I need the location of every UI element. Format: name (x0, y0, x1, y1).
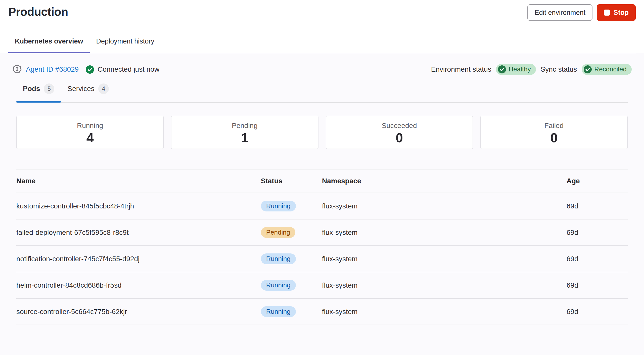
pod-age: 69d (567, 219, 628, 246)
sync-status-label: Sync status (541, 65, 577, 73)
card-label: Pending (171, 122, 318, 130)
pods-table-body: kustomize-controller-845f5cbc48-4trjh Ru… (16, 193, 628, 325)
column-header-status: Status (261, 169, 322, 193)
pod-name: failed-deployment-67c5f595c8-r8c9t (16, 219, 261, 246)
card-value: 0 (481, 131, 627, 145)
card-label: Running (17, 122, 163, 130)
healthy-check-icon (498, 65, 506, 73)
kubernetes-agent-icon (12, 64, 22, 75)
sync-status-value: Reconciled (594, 65, 627, 73)
edit-environment-button[interactable]: Edit environment (527, 4, 592, 21)
pod-status-badge: Running (261, 306, 296, 317)
pods-table: Name Status Namespace Age kustomize-cont… (16, 169, 628, 325)
table-row[interactable]: kustomize-controller-845f5cbc48-4trjh Ru… (16, 193, 628, 219)
pod-name: helm-controller-84c8cd686b-fr5sd (16, 272, 261, 298)
pod-namespace: flux-system (322, 219, 567, 246)
column-header-namespace: Namespace (322, 169, 567, 193)
agent-id-link[interactable]: Agent ID #68029 (26, 65, 79, 73)
workloads-section: Pods 5 Services 4 Running 4 Pending 1 Su… (8, 76, 636, 325)
workload-tabs: Pods 5 Services 4 (16, 76, 628, 103)
kubernetes-overview-panel: Agent ID #68029 Connected just now Envir… (0, 53, 644, 355)
tab-pods-label: Pods (23, 85, 40, 93)
environment-status-badge: Healthy (496, 64, 536, 75)
card-label: Succeeded (326, 122, 473, 130)
table-row[interactable]: failed-deployment-67c5f595c8-r8c9t Pendi… (16, 219, 628, 246)
pod-name: notification-controller-745c7f4c55-d92dj (16, 246, 261, 272)
tab-kubernetes-overview[interactable]: Kubernetes overview (8, 32, 90, 53)
table-row[interactable]: source-controller-5c664c775b-62kjr Runni… (16, 298, 628, 325)
summary-card-running: Running 4 (16, 116, 164, 149)
card-value: 0 (326, 131, 473, 145)
tab-pods[interactable]: Pods 5 (16, 76, 61, 102)
stop-button[interactable]: Stop (597, 4, 636, 21)
table-row[interactable]: helm-controller-84c8cd686b-fr5sd Running… (16, 272, 628, 298)
pod-name: source-controller-5c664c775b-62kjr (16, 298, 261, 325)
summary-card-pending: Pending 1 (171, 116, 318, 149)
pod-status-badge: Running (261, 201, 296, 212)
card-value: 4 (17, 131, 163, 145)
tab-services-label: Services (67, 85, 94, 93)
top-bar: Production Edit environment Stop (8, 0, 636, 21)
pod-status-badge: Pending (261, 227, 295, 238)
tab-services[interactable]: Services 4 (61, 76, 115, 102)
column-header-name: Name (16, 169, 261, 193)
pod-namespace: flux-system (322, 246, 567, 272)
pod-age: 69d (567, 298, 628, 325)
agent-connection-status: Connected just now (98, 65, 159, 73)
card-value: 1 (171, 131, 318, 145)
table-row[interactable]: notification-controller-745c7f4c55-d92dj… (16, 246, 628, 272)
page-header: Production Edit environment Stop Kuberne… (0, 0, 644, 53)
pods-table-header: Name Status Namespace Age (16, 169, 628, 193)
pod-namespace: flux-system (322, 298, 567, 325)
agent-status-row: Agent ID #68029 Connected just now Envir… (8, 53, 636, 75)
pod-age: 69d (567, 272, 628, 298)
sync-status-badge: Reconciled (582, 64, 632, 75)
column-header-age: Age (567, 169, 628, 193)
reconciled-check-icon (584, 65, 592, 73)
pod-age: 69d (567, 246, 628, 272)
pod-status-badge: Running (261, 280, 296, 291)
pod-name: kustomize-controller-845f5cbc48-4trjh (16, 193, 261, 219)
environment-tabs: Kubernetes overview Deployment history (8, 32, 636, 53)
page-title: Production (8, 4, 68, 20)
pod-age: 69d (567, 193, 628, 219)
stop-label: Stop (614, 9, 629, 16)
stop-icon (604, 10, 610, 16)
agent-info: Agent ID #68029 Connected just now (12, 64, 159, 75)
pod-status-badge: Running (261, 253, 296, 264)
summary-card-succeeded: Succeeded 0 (326, 116, 473, 149)
connected-check-icon (86, 65, 94, 74)
card-label: Failed (481, 122, 627, 130)
tab-deployment-history[interactable]: Deployment history (90, 32, 161, 53)
status-bar: Environment status Healthy Sync status R… (431, 64, 632, 75)
pod-namespace: flux-system (322, 193, 567, 219)
pod-summary-cards: Running 4 Pending 1 Succeeded 0 Failed 0 (16, 116, 628, 149)
edit-environment-label: Edit environment (534, 9, 585, 16)
environment-status-label: Environment status (431, 65, 491, 73)
pods-count-badge: 5 (44, 83, 54, 94)
pod-namespace: flux-system (322, 272, 567, 298)
header-actions: Edit environment Stop (527, 4, 636, 21)
summary-card-failed: Failed 0 (480, 116, 628, 149)
environment-status-value: Healthy (509, 65, 531, 73)
services-count-badge: 4 (98, 83, 109, 94)
